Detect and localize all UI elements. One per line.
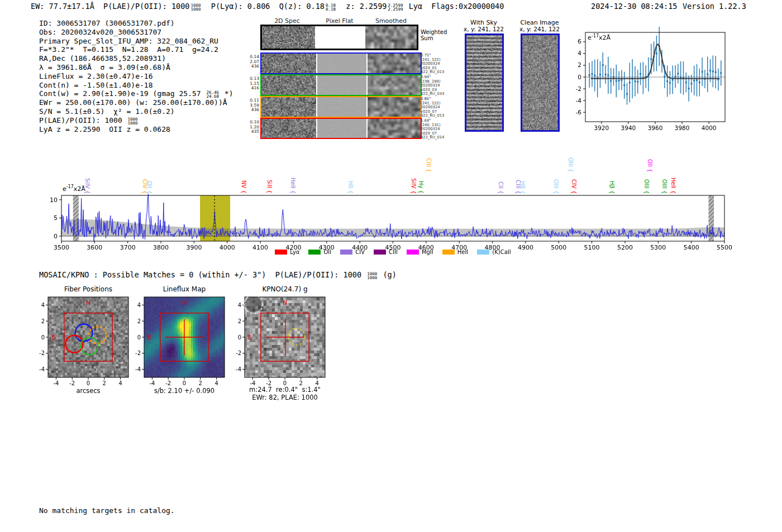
info-line: ID: 3006531707 (3006531707.pdf) <box>39 19 233 28</box>
spec2d-right-value: 322_RU_013 <box>421 114 444 118</box>
kpno-xlabel2: EWr: 82, PLAE: 1000 <box>239 394 331 401</box>
fraction-bottom: 1000 <box>367 276 377 280</box>
header-timestamp: 2024-12-30 08:24:15 <box>591 2 677 11</box>
legend-swatch <box>275 250 287 255</box>
info-line: EWr = 250.00(±170.00) (w: 250.00(±170.00… <box>39 98 233 107</box>
kpno-xlabel: m:24.7 re:0.4" s:1.4" <box>239 386 331 394</box>
legend-item: CIV <box>340 249 365 255</box>
note-line: No matching targets in catalog. <box>39 506 175 515</box>
clean-image-coords: x, y: 241, 122 <box>519 26 560 32</box>
emission-line-label: OIII { <box>568 157 574 172</box>
spec2d-row <box>260 25 418 50</box>
legend-label: Lyα <box>290 249 299 255</box>
pixel-flat-image <box>316 26 364 49</box>
fraction-bottom: 24.68 <box>206 94 219 98</box>
legend-item: OII <box>308 249 331 255</box>
spec2d-row-left-labels: 0.113.59436 <box>245 98 259 113</box>
spectrum-legend: LyαOIICIVCIIIMgIIHeII(K)CaII <box>61 249 724 255</box>
spec2d-left-value: 436 <box>245 108 259 113</box>
pixel-flat-image <box>317 97 367 117</box>
spec2d-col-header-smoothed: Smoothed <box>375 17 407 25</box>
info-line: LineFlux = 2.30(±0.47)e-16 <box>39 72 233 81</box>
fraction-bottom: 0.18 <box>326 7 336 11</box>
info-line: LyA z = 2.2590 OII z = 0.0628 <box>39 125 233 134</box>
lineflux-map-xlabel: s/b: 2.10 +/- 0.090 <box>144 387 225 395</box>
smoothed-image <box>368 54 421 73</box>
spec2d-row-left-labels: 0.101.20435 <box>245 120 259 135</box>
stacked-fraction: 26.4624.68 <box>206 90 219 98</box>
legend-swatch <box>374 250 386 255</box>
legend-swatch <box>407 250 419 255</box>
text-segment: P(Lyα): 0.806 Q(z): 0.18 <box>202 2 325 11</box>
spec2d-row-left-labels: 0.142.07436 <box>245 55 259 69</box>
spec2d-row-right-labels: 0.75"(241, 122)20200324v020_01322_RU_013 <box>421 54 444 75</box>
text-segment: (g) <box>378 270 397 279</box>
legend-label: OII <box>323 249 331 255</box>
info-line: S/N = 5.1(±0.5) χ² = 1.0(±0.2) <box>39 107 233 116</box>
spec2d-right-value: Weighted <box>421 29 447 35</box>
text-segment: z: 2.2599 <box>337 2 387 11</box>
text-segment: F=*3.2"* T=0.115 N=1.28 A=0.71 g=24.2 <box>39 45 218 54</box>
legend-item: MgII <box>407 249 433 255</box>
info-line: Cont(w) = 2.90(±1.90)e-19 (gmag 25.57 26… <box>39 89 233 98</box>
lineflux-map-title: Lineflux Map <box>144 285 225 293</box>
spec2d-col-header-2dspec: 2D Spec <box>274 17 300 25</box>
spec2d-row <box>260 74 422 96</box>
pixel-flat-image <box>317 54 367 73</box>
legend-item: HeII <box>442 249 469 255</box>
legend-label: HeII <box>457 249 469 255</box>
spec2d-row <box>260 52 422 74</box>
smoothed-image <box>365 26 417 49</box>
stacked-fraction: 0.180.18 <box>326 3 336 11</box>
info-line: P(LAE)/P(OII): 1000 10001000 <box>39 116 233 125</box>
spec2d-left-value: 436 <box>245 64 259 69</box>
header-version: Version 1.22.3 <box>683 2 746 11</box>
spec2d-right-value: 322_RU_014 <box>421 136 444 140</box>
spec2d-row-right-labels: 0.86"(241, 122)20200324v020_07322_RU_013 <box>421 97 444 118</box>
fraction-bottom: 1000 <box>128 121 138 125</box>
info-line: RA,Dec (186.466385,52.208931) <box>39 54 233 63</box>
info-line: Cont(n) = -1.50(±1.40)e-18 <box>39 81 233 90</box>
spec2d-right-value: Sum <box>421 35 447 41</box>
elixer-report-page: EW: 77.7±17.1Å P(LAE)/P(OII): 1000100010… <box>0 0 782 532</box>
text-segment: Primary Spec_Slot_IFU_AMP: 322_084_062_R… <box>39 37 218 45</box>
stacked-fraction: 2.25992.2599 <box>388 3 403 11</box>
stacked-fraction: 10001000 <box>128 117 138 125</box>
info-line: Primary Spec_Slot_IFU_AMP: 322_084_062_R… <box>39 37 233 46</box>
legend-swatch <box>477 250 489 255</box>
text-segment: EW: 77.7±17.1Å P(LAE)/P(OII): 1000 <box>31 2 189 11</box>
legend-item: (K)CaII <box>477 249 511 255</box>
legend-swatch <box>442 250 455 255</box>
text-segment: Lyα Flags:0x20000040 <box>404 2 504 11</box>
legend-label: CIV <box>355 249 365 255</box>
emission-line-label: OII { <box>647 159 653 172</box>
info-line: Obs: 20200324v020_3006531707 <box>39 28 233 37</box>
spec2d-image <box>261 97 316 117</box>
fiber-positions-xlabel: arcsecs <box>48 387 128 395</box>
ylabel-exponent: -17 <box>66 184 74 189</box>
spec2d-row-right-labels: 0.94"(238, 299)20200324v020_03322_RU_033 <box>421 75 444 97</box>
text-segment: P(LAE)/P(OII): 1000 <box>39 116 127 124</box>
emission-line-label: CIII { <box>426 158 432 172</box>
header-summary-line: EW: 77.7±17.1Å P(LAE)/P(OII): 1000100010… <box>31 2 504 11</box>
legend-label: MgII <box>422 249 433 255</box>
text-segment: RA,Dec (186.466385,52.208931) <box>39 54 166 63</box>
spec2d-right-value: 322_RU_033 <box>421 92 444 97</box>
mosaic-kpno-line: MOSAIC/KPNO : Possible Matches = 0 (with… <box>39 270 397 280</box>
text-segment: Cont(w) = 2.90(±1.90)e-19 (gmag 25.57 <box>39 89 205 98</box>
stacked-fraction: 10001000 <box>367 272 377 280</box>
catalog-notes: No matching targets in catalog. Row inte… <box>39 489 175 532</box>
text-segment: λ = 3961.86Å σ = 3.09(±0.68)Å <box>39 63 170 71</box>
stacked-fraction: 10001000 <box>190 3 201 11</box>
kpno-image <box>230 295 342 389</box>
with-sky-coords: x, y: 241, 122 <box>464 26 504 32</box>
text-segment: Obs: 20200324v020_3006531707 <box>39 28 161 36</box>
text-segment: LyA z = 2.2590 OII z = 0.0628 <box>39 125 170 133</box>
smoothed-image <box>368 97 421 117</box>
info-line: F=*3.2"* T=0.115 N=1.28 A=0.71 g=24.2 <box>39 45 233 54</box>
spec2d-row-left-labels: 0.131.15416 <box>245 76 259 91</box>
lineflux-map-image <box>130 295 241 389</box>
legend-label: (K)CaII <box>492 249 511 255</box>
spec2d-image <box>261 119 316 138</box>
legend-item: Lyα <box>275 249 299 255</box>
